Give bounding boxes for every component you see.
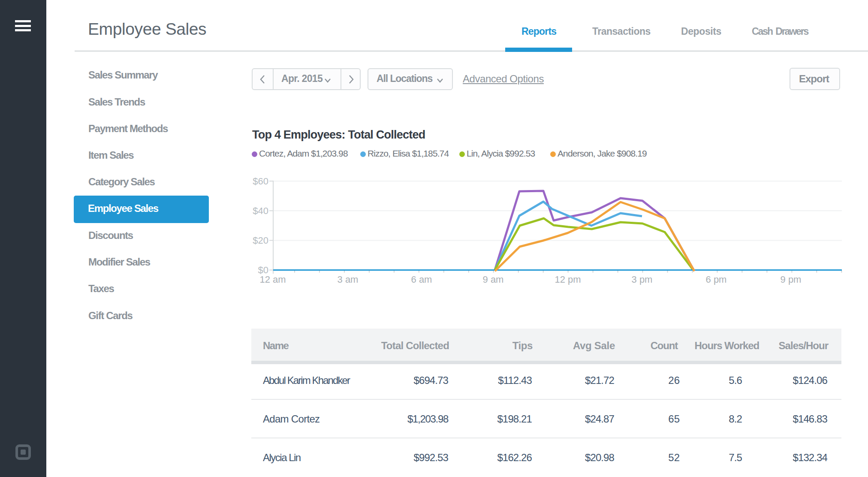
svg-text:12 pm: 12 pm — [555, 274, 581, 285]
svg-text:$40: $40 — [253, 205, 268, 216]
svg-text:$0: $0 — [258, 265, 268, 275]
svg-text:3 pm: 3 pm — [632, 274, 653, 285]
svg-text:3 am: 3 am — [338, 274, 359, 285]
svg-text:9 pm: 9 pm — [781, 274, 802, 285]
svg-text:9 am: 9 am — [483, 274, 504, 285]
svg-text:12 am: 12 am — [259, 274, 286, 285]
svg-text:$60: $60 — [253, 176, 268, 187]
svg-text:$20: $20 — [253, 235, 268, 246]
svg-text:6 am: 6 am — [411, 274, 432, 285]
svg-text:6 pm: 6 pm — [706, 274, 727, 285]
